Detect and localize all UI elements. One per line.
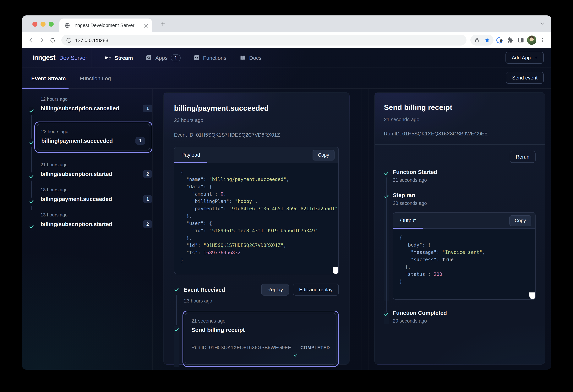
- check-icon: [29, 199, 34, 204]
- event-list-item[interactable]: 21 hours agobilling/subscription.started…: [29, 162, 152, 178]
- output-json: { "body": { "message": "Invoice sent", "…: [393, 229, 535, 299]
- page-info-icon[interactable]: [66, 37, 72, 43]
- output-header: Output Copy: [393, 213, 535, 229]
- event-time: 21 hours ago: [40, 162, 152, 167]
- timeline-step: Step ran 20 seconds ago Output Copy { "b…: [384, 192, 536, 301]
- browser-toolbar: 127.0.0.1:8288: [22, 32, 551, 48]
- add-app-button[interactable]: Add App+: [506, 52, 544, 64]
- functions-icon: [194, 55, 199, 61]
- run-timeline: Function Started 21 seconds ago Step ran…: [384, 169, 536, 324]
- site-favicon-icon: [64, 22, 70, 29]
- nav-item-docs[interactable]: Docs: [240, 54, 262, 61]
- rerun-button[interactable]: Rerun: [510, 151, 536, 163]
- event-received-label: Event Received: [184, 286, 257, 293]
- new-tab-button[interactable]: +: [158, 19, 168, 29]
- event-count-badge: 2: [143, 170, 152, 178]
- app-top-nav: inngest Dev Server Stream: [22, 48, 551, 68]
- send-event-button[interactable]: Send event: [506, 72, 544, 84]
- check-icon: [29, 174, 34, 179]
- event-received-check: [174, 287, 179, 292]
- event-time: 18 hours ago: [40, 187, 152, 193]
- stream-broadcast-icon: [105, 54, 111, 61]
- url-text: 127.0.0.1:8288: [75, 37, 108, 43]
- nav-item-stream[interactable]: Stream: [105, 54, 133, 61]
- browser-tab[interactable]: Inngest Development Server: [59, 18, 152, 32]
- run-card-time: 21 seconds ago: [191, 318, 330, 324]
- payload-copy-button[interactable]: Copy: [313, 149, 335, 160]
- inngest-app: inngest Dev Server Stream: [22, 48, 551, 370]
- run-check: [174, 326, 179, 367]
- output-block: Output Copy { "body": { "message": "Invo…: [393, 212, 536, 300]
- timeline-step: Function Started 21 seconds ago: [384, 169, 536, 183]
- back-button-icon[interactable]: [26, 35, 36, 45]
- event-check-icon: [29, 223, 34, 231]
- event-list-item[interactable]: 23 hours agobilling/payment.succeeded1: [29, 122, 152, 153]
- event-name: billing/payment.succeeded: [41, 138, 113, 144]
- output-copy-button[interactable]: Copy: [509, 215, 531, 226]
- tab-event-stream[interactable]: Event Stream: [31, 75, 66, 81]
- window-controls: [32, 22, 54, 27]
- event-time: 23 hours ago: [41, 129, 145, 134]
- browser-menu-kebab-icon[interactable]: [537, 35, 548, 45]
- run-detail-panel: Send billing receipt 21 seconds ago Run …: [374, 92, 545, 365]
- nav-item-functions[interactable]: Functions: [194, 54, 226, 61]
- apps-count-badge: 1: [171, 54, 180, 61]
- minimize-window-button[interactable]: [40, 22, 46, 27]
- event-check-icon: [29, 173, 34, 180]
- event-list-item[interactable]: 13 hours agobilling/subscription.started…: [29, 212, 152, 228]
- event-check-icon: [29, 197, 34, 206]
- run-card-run-id: Run ID: 01H5SQK1XEQ816X8GSB9WEG9EE: [191, 345, 291, 350]
- reload-button-icon[interactable]: [47, 35, 57, 45]
- output-tab[interactable]: Output: [393, 213, 423, 228]
- event-name: billing/subscription.started: [40, 171, 112, 177]
- event-count-badge: 2: [143, 220, 152, 228]
- tab-search-chevron-icon[interactable]: [539, 20, 545, 27]
- bookmark-star-icon[interactable]: [482, 35, 492, 45]
- address-bar[interactable]: 127.0.0.1:8288: [61, 35, 466, 46]
- check-icon: [29, 140, 34, 145]
- event-list-item[interactable]: 18 hours agobilling/payment.succeeded1: [29, 187, 152, 203]
- replay-button[interactable]: Replay: [261, 284, 289, 296]
- browser-window: Inngest Development Server +: [22, 16, 551, 370]
- event-list: 12 hours agobilling/subscription.cancell…: [29, 96, 152, 228]
- nav-item-apps[interactable]: Apps 1: [146, 54, 180, 61]
- check-icon: [384, 312, 389, 317]
- page-fold-icon: [333, 267, 338, 274]
- fullscreen-window-button[interactable]: [49, 22, 54, 27]
- section-divider: [375, 144, 545, 145]
- step-check-icon: [384, 170, 389, 183]
- edit-and-replay-button[interactable]: Edit and replay: [293, 284, 339, 296]
- privacy-extension-icon[interactable]: [494, 35, 504, 45]
- inngest-logo: inngest: [32, 54, 55, 62]
- tab-function-log[interactable]: Function Log: [80, 75, 111, 81]
- side-panel-icon[interactable]: [516, 35, 526, 45]
- event-name: billing/payment.succeeded: [40, 196, 112, 202]
- event-count-badge: 1: [143, 105, 152, 112]
- forward-button-icon[interactable]: [37, 35, 47, 45]
- event-check-icon: [29, 139, 34, 147]
- event-name: billing/subscription.cancelled: [40, 105, 119, 111]
- profile-avatar[interactable]: [527, 35, 537, 45]
- payload-tab[interactable]: Payload: [174, 147, 207, 163]
- extensions-puzzle-icon[interactable]: [505, 35, 515, 45]
- timeline-step: Function Completed 20 seconds ago: [384, 310, 536, 324]
- event-id: Event ID: 01H5SQK1S7HDESQ2C7VD8RX01Z: [174, 132, 339, 138]
- check-icon: [384, 194, 389, 199]
- share-icon[interactable]: [472, 35, 482, 45]
- check-icon: [384, 171, 389, 176]
- tab-close-icon[interactable]: [144, 23, 148, 28]
- event-list-item[interactable]: 12 hours agobilling/subscription.cancell…: [29, 96, 152, 112]
- screen: Inngest Development Server +: [0, 0, 573, 392]
- run-card-title: Send billing receipt: [191, 326, 330, 333]
- tab-title: Inngest Development Server: [73, 23, 141, 28]
- function-run-card[interactable]: 21 seconds ago Send billing receipt Run …: [182, 311, 339, 367]
- event-check-icon: [29, 107, 34, 115]
- event-time: 13 hours ago: [40, 212, 152, 218]
- stream-content: 12 hours agobilling/subscription.cancell…: [22, 89, 551, 370]
- close-window-button[interactable]: [32, 22, 37, 27]
- check-icon: [293, 353, 298, 357]
- run-id: Run ID: 01H5SQK1XEQ816X8GSB9WEG9EE: [384, 131, 536, 137]
- event-name: billing/subscription.started: [40, 221, 112, 227]
- run-title: Send billing receipt: [384, 103, 536, 112]
- nav-items: Stream Apps 1: [105, 54, 506, 61]
